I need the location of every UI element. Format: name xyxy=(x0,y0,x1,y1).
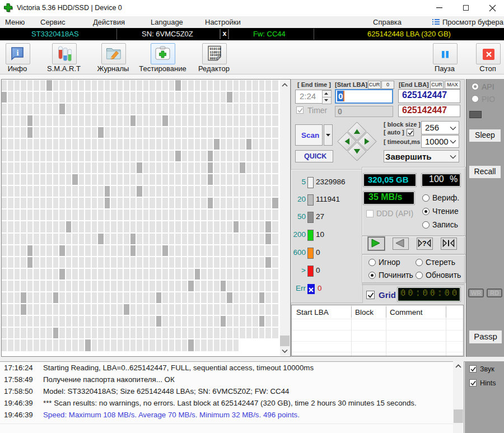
svg-text:i: i xyxy=(17,49,19,57)
svg-text:0001: 0001 xyxy=(210,57,218,60)
svg-text:?: ? xyxy=(422,239,427,247)
